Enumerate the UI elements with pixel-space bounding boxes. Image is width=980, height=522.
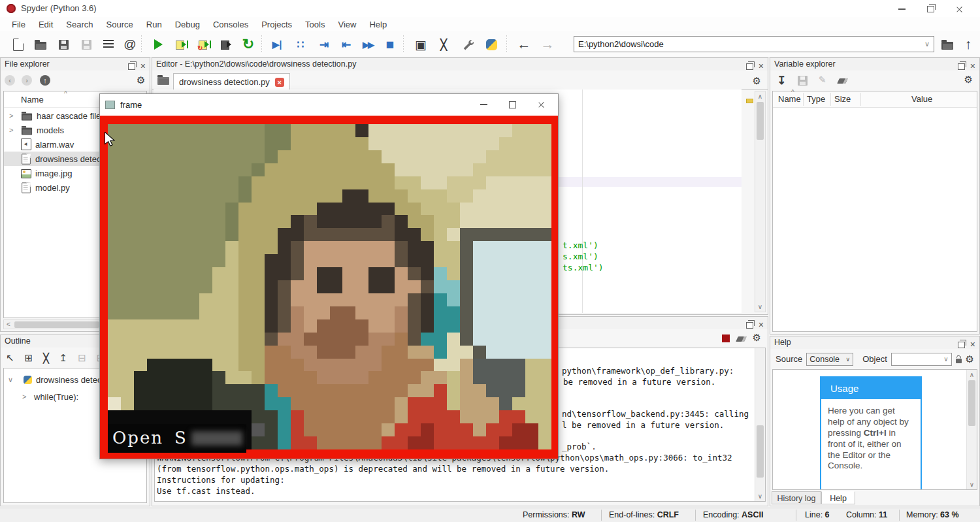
undock-icon[interactable] [128,63,135,70]
column-divider[interactable] [860,93,861,106]
collapse-chevron-icon[interactable]: ∨ [8,376,13,384]
undock-icon[interactable] [958,342,965,348]
debug-stop-button[interactable]: ■ [380,34,400,55]
editor-vertical-scrollbar[interactable]: ∧ ∨ [755,91,766,312]
help-scrollbar[interactable]: ∧ ∨ [966,370,977,489]
preferences-button[interactable] [457,34,478,55]
editor-options-gear-icon[interactable]: ⚙ [753,75,761,87]
symbol-finder-button[interactable]: @ [120,34,140,55]
import-data-icon[interactable]: ↧ [777,74,786,88]
help-options-gear-icon[interactable]: ⚙ [966,353,974,365]
save-data-icon[interactable] [798,76,808,86]
run-cell-button[interactable] [171,34,192,55]
opencv-frame-window[interactable]: frame Open S [99,93,559,459]
scroll-down-icon[interactable]: ∨ [755,493,765,500]
variable-table-header[interactable]: Name ^ Type Size Value [773,91,977,108]
ve-options-gear-icon[interactable]: ⚙ [964,74,973,86]
scrollbar-thumb[interactable] [757,102,764,140]
collapse-all-icon[interactable]: ⊞ [25,352,33,364]
close-pane-icon[interactable]: × [970,338,975,351]
scroll-up-icon[interactable]: ∧ [967,371,977,378]
fe-back-button[interactable]: ‹ [5,75,15,86]
column-divider[interactable] [830,93,831,106]
frame-minimize-button[interactable] [469,95,498,114]
column-name[interactable]: Name [778,94,801,104]
parent-directory-button[interactable]: ↑ [958,34,979,55]
save-button[interactable] [53,34,74,55]
remove-variables-icon[interactable] [837,78,848,84]
close-pane-icon[interactable]: × [759,319,764,331]
menu-help[interactable]: Help [363,18,393,31]
menu-view[interactable]: View [331,18,363,31]
scrollbar-thumb[interactable] [14,321,99,328]
debug-step-button[interactable]: ∷ [290,34,311,55]
menu-source[interactable]: Source [100,18,140,31]
undock-icon[interactable] [746,63,753,70]
scrollbar-thumb[interactable] [968,380,975,426]
menu-projects[interactable]: Projects [255,18,299,31]
expand-chevron-icon[interactable]: > [22,393,26,400]
menu-consoles[interactable]: Consoles [206,18,255,31]
undock-icon[interactable] [746,322,753,329]
expand-chevron-icon[interactable]: > [9,126,13,134]
scroll-down-icon[interactable]: ∨ [967,481,977,488]
menu-search[interactable]: Search [59,18,99,31]
column-divider[interactable] [803,93,804,106]
tab-help[interactable]: Help [821,491,855,504]
fullscreen-button[interactable]: ╳ [433,34,454,55]
interrupt-kernel-button[interactable] [722,334,730,342]
fe-options-gear-icon[interactable]: ⚙ [137,74,145,86]
close-pane-icon[interactable]: × [970,60,975,73]
follow-cursor-icon[interactable]: ↖ [6,352,14,364]
save-all-button[interactable] [76,34,97,55]
go-to-cursor-icon[interactable]: ↥ [59,352,68,364]
expand-chevron-icon[interactable]: > [9,112,13,120]
object-combobox[interactable]: ∨ [891,353,952,366]
tab-history-log[interactable]: History log [772,491,821,504]
lock-icon[interactable] [956,359,962,363]
fe-parent-button[interactable]: ↑ [40,75,50,86]
menu-edit[interactable]: Edit [32,18,59,31]
editor-tab-drowsiness[interactable]: drowsiness detection.py × [173,73,290,90]
scrollbar-thumb[interactable] [757,425,764,478]
debug-continue-button[interactable]: ▶▶ [357,34,378,55]
run-selection-button[interactable] [216,34,237,55]
browse-tabs-button[interactable] [157,74,169,85]
debug-step-into-button[interactable]: ⇥ [314,34,335,55]
menu-file[interactable]: File [5,18,32,31]
close-pane-icon[interactable]: × [759,60,764,73]
python-env-button[interactable] [481,34,502,55]
close-pane-icon[interactable]: × [140,60,146,73]
debug-file-button[interactable]: ▶| [267,34,287,55]
frame-maximize-button[interactable] [498,95,527,114]
minimize-button[interactable] [887,0,916,18]
source-dropdown[interactable]: Console ∨ [806,353,853,366]
file-switcher-button[interactable] [98,34,119,55]
browse-directory-button[interactable] [937,34,958,55]
open-file-button[interactable] [30,34,51,55]
menu-tools[interactable]: Tools [299,18,331,31]
frame-title-bar[interactable]: frame [100,94,558,116]
column-size[interactable]: Size [834,94,851,104]
menu-run[interactable]: Run [140,18,169,31]
maximize-pane-button[interactable]: ▣ [410,34,431,55]
scroll-up-icon[interactable]: ∧ [755,93,765,100]
column-type[interactable]: Type [807,94,825,104]
clear-console-icon[interactable] [736,336,747,342]
expand-all-icon[interactable]: ╳ [43,353,48,363]
close-button[interactable] [945,0,973,18]
restore-button[interactable] [916,0,945,18]
run-file-button[interactable] [148,34,169,55]
back-button[interactable]: ← [514,34,534,55]
debug-step-out-button[interactable]: ⇤ [336,34,357,55]
scroll-left-icon[interactable]: < [5,321,12,328]
working-directory-combobox[interactable]: E:\python2\dowsi\code ∨ [574,36,934,52]
console-scrollbar[interactable]: ∨ [755,348,765,501]
column-value[interactable]: Value [911,94,932,104]
tab-close-icon[interactable]: × [275,78,284,87]
rerun-button[interactable]: ↻ [238,34,259,55]
forward-button[interactable]: → [537,34,558,55]
collapse-section-icon[interactable]: ⊟ [78,352,86,364]
frame-close-button[interactable] [527,95,555,114]
console-options-gear-icon[interactable]: ⚙ [753,332,761,344]
